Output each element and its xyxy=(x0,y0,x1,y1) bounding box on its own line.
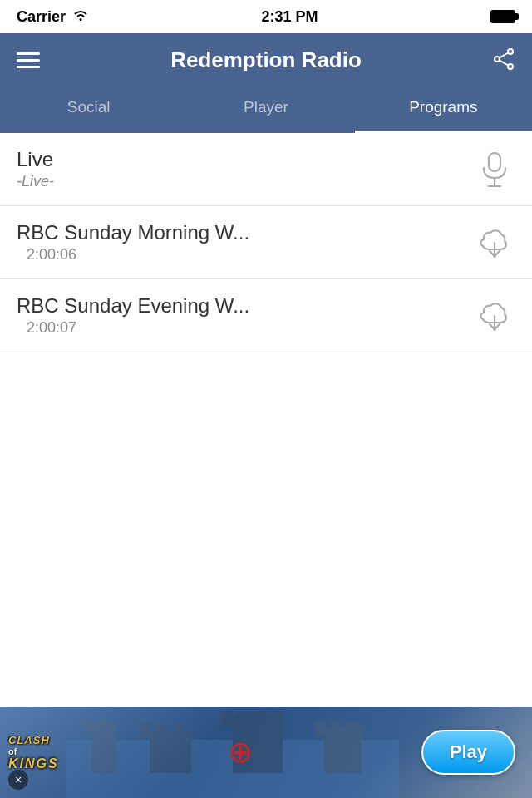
cloud-download-icon-2 xyxy=(474,295,515,337)
program-item-sunday-evening[interactable]: RBC Sunday Evening W... 2:00:07 xyxy=(0,279,532,352)
svg-line-3 xyxy=(500,52,508,57)
program-title-sunday-evening: RBC Sunday Evening W... xyxy=(17,294,474,318)
ad-content: Clash of Kings ⊕ Play xyxy=(0,730,532,775)
app-title: Redemption Radio xyxy=(170,47,362,73)
svg-rect-5 xyxy=(489,153,500,171)
cloud-download-icon-1 xyxy=(474,222,515,264)
program-item-sunday-morning[interactable]: RBC Sunday Morning W... 2:00:06 xyxy=(0,206,532,279)
program-info-sunday-morning: RBC Sunday Morning W... 2:00:06 xyxy=(17,221,474,264)
ad-clash-text: Clash xyxy=(8,734,50,746)
tab-player[interactable]: Player xyxy=(177,87,354,133)
status-bar: Carrier 2:31 PM xyxy=(0,0,532,33)
tab-bar: Social Player Programs xyxy=(0,87,532,133)
program-title-live: Live xyxy=(17,148,474,171)
menu-line-1 xyxy=(17,52,40,55)
ad-kings-text: Kings xyxy=(8,756,59,771)
tab-programs[interactable]: Programs xyxy=(355,87,532,133)
carrier-text: Carrier xyxy=(17,8,66,26)
svg-line-4 xyxy=(500,60,508,65)
svg-rect-24 xyxy=(270,711,283,727)
program-duration-sunday-morning: 2:00:06 xyxy=(17,246,474,264)
share-button[interactable] xyxy=(492,47,515,74)
ad-play-button[interactable]: Play xyxy=(421,730,515,775)
svg-rect-23 xyxy=(254,711,266,727)
program-info-live: Live -Live- xyxy=(17,148,474,190)
svg-rect-22 xyxy=(237,711,249,727)
wifi-icon xyxy=(72,8,89,25)
menu-line-2 xyxy=(17,59,40,62)
program-info-sunday-evening: RBC Sunday Evening W... 2:00:07 xyxy=(17,294,474,337)
status-left: Carrier xyxy=(17,8,89,26)
program-duration-sunday-evening: 2:00:07 xyxy=(17,319,474,337)
svg-point-2 xyxy=(508,64,513,69)
microphone-icon xyxy=(474,149,515,190)
tab-social[interactable]: Social xyxy=(0,87,177,133)
menu-button[interactable] xyxy=(17,52,40,68)
svg-point-0 xyxy=(508,49,513,54)
program-title-sunday-morning: RBC Sunday Morning W... xyxy=(17,221,474,244)
svg-point-1 xyxy=(495,57,500,62)
content-area: Live -Live- RBC Sunday Morning W... 2:00… xyxy=(0,133,532,352)
status-time: 2:31 PM xyxy=(262,8,318,26)
ad-banner: Clash of Kings ⊕ Play × xyxy=(0,707,532,798)
battery-icon xyxy=(490,10,515,23)
menu-line-3 xyxy=(17,66,40,68)
ad-of-text: of xyxy=(8,746,17,756)
program-item-live[interactable]: Live -Live- xyxy=(0,133,532,206)
svg-rect-21 xyxy=(220,711,233,727)
program-subtitle-live: -Live- xyxy=(17,173,474,190)
ad-close-button[interactable]: × xyxy=(8,770,28,790)
app-header: Redemption Radio xyxy=(0,33,532,87)
crosshair-icon: ⊕ xyxy=(228,737,253,767)
battery-fill xyxy=(492,12,514,22)
ad-logo: Clash of Kings xyxy=(8,734,59,771)
